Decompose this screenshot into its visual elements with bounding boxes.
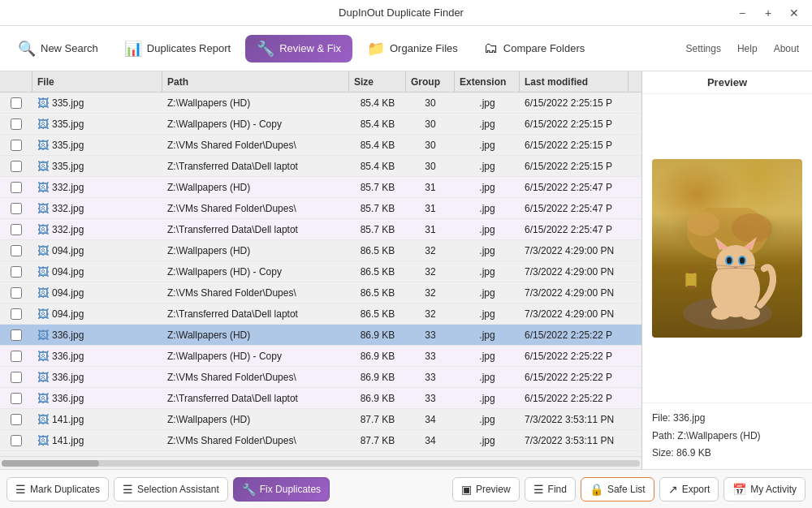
table-row[interactable]: 🖼 332.jpg Z:\Transferred Data\Dell lapto…: [0, 219, 641, 240]
organize-icon: 📁: [367, 40, 385, 58]
nav-new-search[interactable]: 🔍 New Search: [6, 35, 110, 62]
row-modified: 6/15/2022 2:25:47 P: [520, 182, 641, 193]
row-modified: 6/15/2022 2:25:47 P: [520, 224, 641, 235]
svg-rect-5: [688, 269, 694, 273]
table-row[interactable]: 🖼 336.jpg Z:\Wallpapers (HD) 86.9 KB 33 …: [0, 325, 641, 346]
table-header: File Path Size Group Extension Last modi…: [0, 71, 641, 93]
row-file: 🖼 332.jpg: [32, 202, 162, 215]
preview-button[interactable]: ▣ Preview: [452, 477, 520, 502]
mark-duplicates-label: Mark Duplicates: [30, 484, 100, 495]
file-icon: 🖼: [37, 223, 49, 236]
row-path: Z:\Transferred Data\Dell laptot: [162, 224, 349, 235]
table-row[interactable]: 🖼 141.jpg Z:\VMs Shared Folder\Dupes\ 87…: [0, 430, 641, 451]
row-modified: 6/15/2022 2:25:22 P: [520, 351, 641, 362]
export-button[interactable]: ↗ Export: [659, 477, 719, 502]
col-scroll: [628, 71, 641, 92]
row-modified: 6/15/2022 2:25:15 P: [520, 97, 641, 109]
row-checkbox[interactable]: [0, 118, 32, 130]
row-checkbox[interactable]: [0, 97, 32, 109]
safe-icon: 🔒: [590, 483, 603, 496]
table-row[interactable]: 🖼 094.jpg Z:\Wallpapers (HD) 86.5 KB 32 …: [0, 240, 641, 261]
nav-compare-folders[interactable]: 🗂 Compare Folders: [473, 35, 596, 62]
row-modified: 6/15/2022 2:25:15 P: [520, 140, 641, 151]
settings-button[interactable]: Settings: [680, 40, 728, 58]
row-checkbox[interactable]: [0, 393, 32, 404]
row-group: 33: [406, 393, 455, 404]
row-checkbox[interactable]: [0, 308, 32, 320]
row-file: 🖼 332.jpg: [32, 223, 162, 236]
safe-list-button[interactable]: 🔒 Safe List: [581, 477, 654, 502]
row-modified: 6/15/2022 2:25:15 P: [520, 161, 641, 172]
row-checkbox[interactable]: [0, 182, 32, 193]
row-checkbox[interactable]: [0, 329, 32, 341]
find-button[interactable]: ☰ Find: [525, 477, 576, 502]
close-button[interactable]: ✕: [783, 3, 806, 23]
scroll-thumb[interactable]: [2, 460, 99, 467]
table-row[interactable]: 🖼 332.jpg Z:\VMs Shared Folder\Dupes\ 85…: [0, 198, 641, 219]
minimize-button[interactable]: −: [731, 3, 754, 23]
export-label: Export: [682, 484, 710, 495]
table-row[interactable]: 🖼 336.jpg Z:\VMs Shared Folder\Dupes\ 86…: [0, 367, 641, 388]
row-path: Z:\Transferred Data\Dell laptot: [162, 308, 349, 320]
col-checkbox: [0, 71, 32, 92]
svg-point-23: [711, 307, 731, 320]
table-row[interactable]: 🖼 094.jpg Z:\VMs Shared Folder\Dupes\ 86…: [0, 282, 641, 304]
fix-duplicates-button[interactable]: 🔧 Fix Duplicates: [233, 477, 330, 502]
selection-assistant-button[interactable]: ☰ Selection Assistant: [114, 477, 228, 502]
file-icon: 🖼: [37, 202, 49, 215]
row-ext: .jpg: [455, 435, 520, 446]
row-checkbox[interactable]: [0, 435, 32, 446]
row-group: 34: [406, 435, 455, 446]
col-file: File: [32, 71, 162, 92]
row-path: Z:\Wallpapers (HD): [162, 182, 349, 193]
row-checkbox[interactable]: [0, 372, 32, 383]
export-icon: ↗: [668, 483, 678, 496]
help-button[interactable]: Help: [731, 40, 764, 58]
row-ext: .jpg: [455, 161, 520, 172]
row-size: 85.7 KB: [349, 224, 406, 235]
my-activity-button[interactable]: 📅 My Activity: [723, 477, 806, 502]
nav-organize-files[interactable]: 📁 Organize Files: [356, 35, 469, 62]
table-row[interactable]: 🖼 335.jpg Z:\Wallpapers (HD) 85.4 KB 30 …: [0, 93, 641, 114]
file-icon: 🖼: [37, 371, 49, 384]
row-checkbox[interactable]: [0, 414, 32, 425]
table-row[interactable]: 🖼 094.jpg Z:\Wallpapers (HD) - Copy 86.5…: [0, 261, 641, 282]
table-row[interactable]: 🖼 335.jpg Z:\Wallpapers (HD) - Copy 85.4…: [0, 114, 641, 135]
scroll-track[interactable]: [2, 460, 640, 467]
toolbar: ☰ Mark Duplicates ☰ Selection Assistant …: [0, 469, 812, 508]
row-checkbox[interactable]: [0, 287, 32, 299]
about-button[interactable]: About: [767, 40, 806, 58]
table-row[interactable]: 🖼 335.jpg Z:\VMs Shared Folder\Dupes\ 85…: [0, 135, 641, 156]
mark-duplicates-button[interactable]: ☰ Mark Duplicates: [6, 477, 109, 502]
row-ext: .jpg: [455, 140, 520, 151]
maximize-button[interactable]: +: [757, 3, 780, 23]
row-file: 🖼 336.jpg: [32, 329, 162, 342]
row-file: 🖼 336.jpg: [32, 350, 162, 363]
row-checkbox[interactable]: [0, 203, 32, 214]
row-checkbox[interactable]: [0, 351, 32, 362]
row-modified: 7/3/2022 4:29:00 PN: [520, 245, 641, 256]
table-row[interactable]: 🖼 336.jpg Z:\Wallpapers (HD) - Copy 86.9…: [0, 346, 641, 367]
row-file: 🖼 141.jpg: [32, 413, 162, 426]
nav-review-fix[interactable]: 🔧 Review & Fix: [245, 35, 352, 62]
row-checkbox[interactable]: [0, 245, 32, 256]
table-body[interactable]: 🖼 335.jpg Z:\Wallpapers (HD) 85.4 KB 30 …: [0, 93, 641, 456]
table-row[interactable]: 🖼 094.jpg Z:\Transferred Data\Dell lapto…: [0, 304, 641, 325]
table-row[interactable]: 🖼 141.jpg Z:\Wallpapers (HD) 87.7 KB 34 …: [0, 409, 641, 430]
row-checkbox[interactable]: [0, 140, 32, 151]
row-checkbox[interactable]: [0, 161, 32, 172]
horizontal-scrollbar[interactable]: [0, 456, 641, 469]
row-path: Z:\Wallpapers (HD) - Copy: [162, 266, 349, 278]
file-icon: 🖼: [37, 413, 49, 426]
svg-rect-4: [685, 273, 697, 287]
row-ext: .jpg: [455, 266, 520, 278]
table-row[interactable]: 🖼 336.jpg Z:\Transferred Data\Dell lapto…: [0, 388, 641, 409]
nav-duplicates-report[interactable]: 📊 Duplicates Report: [113, 35, 242, 62]
row-modified: 6/15/2022 2:25:47 P: [520, 203, 641, 214]
table-row[interactable]: 🖼 332.jpg Z:\Wallpapers (HD) 85.7 KB 31 …: [0, 177, 641, 198]
row-ext: .jpg: [455, 308, 520, 320]
row-size: 86.5 KB: [349, 245, 406, 256]
table-row[interactable]: 🖼 335.jpg Z:\Transferred Data\Dell lapto…: [0, 156, 641, 177]
row-checkbox[interactable]: [0, 266, 32, 278]
row-checkbox[interactable]: [0, 224, 32, 235]
